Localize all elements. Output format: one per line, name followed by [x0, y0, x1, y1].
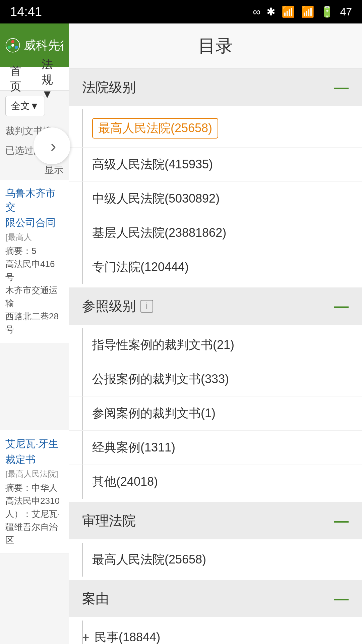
svg-point-1	[11, 40, 14, 43]
search-type: 全文▼	[11, 100, 39, 112]
result-title-1b: 限公司合同	[5, 216, 63, 230]
section-title-case-type: 案由	[82, 589, 109, 608]
result-item-2[interactable]: 艾尼瓦·牙生 裁定书 [最高人民法院] 摘要：中华人 高法民申2310 人）：艾…	[0, 430, 69, 554]
result-summary-1b: 高法民申416号	[5, 258, 63, 284]
result-title-1: 乌鲁木齐市交	[5, 186, 63, 214]
section-title-trial-court: 审理法院	[82, 512, 136, 530]
svg-point-2	[15, 45, 18, 49]
result-title-2b: 裁定书	[5, 453, 63, 467]
overlay-header: 目录	[69, 23, 362, 69]
case-type-item-0[interactable]: + 民事(18844)	[69, 621, 362, 644]
section-reference-level: 参照级别 i — 指导性案例的裁判文书(21) 公报案例的裁判文书(333) 参…	[69, 287, 362, 502]
collapse-icon-reference-level[interactable]: —	[334, 299, 349, 314]
result-summary-2b: 高法民申2310	[5, 494, 63, 507]
court-level-item-3[interactable]: 基层人民法院(23881862)	[69, 216, 362, 250]
svg-point-3	[8, 45, 11, 49]
section-court-level: 法院级别 — 最高人民法院(25658) 高级人民法院(415935) 中级人民…	[69, 69, 362, 287]
app-name: 威科先行	[24, 37, 63, 54]
court-level-item-4[interactable]: 专门法院(120444)	[69, 250, 362, 284]
reference-level-item-4[interactable]: 其他(24018)	[69, 465, 362, 499]
selected-item-label: 最高人民法院(25658)	[92, 118, 218, 139]
result-item-1[interactable]: 乌鲁木齐市交 限公司合同 [最高人 摘要：5 高法民申416号 木齐市交通运输 …	[0, 180, 69, 343]
infinite-icon: ∞	[253, 6, 261, 18]
section-case-type: 案由 — + 民事(18844) + 刑事(744) + 行政(5319)	[69, 580, 362, 644]
reference-level-item-0[interactable]: 指导性案例的裁判文书(21)	[69, 328, 362, 362]
signal-icon: 📶	[301, 5, 314, 18]
section-trial-court: 审理法院 — 最高人民法院(25658)	[69, 502, 362, 580]
court-level-item-1[interactable]: 高级人民法院(415935)	[69, 148, 362, 182]
result-meta-2: [最高人民法院]	[5, 469, 63, 479]
bluetooth-icon: ✱	[266, 5, 276, 18]
result-summary-2d: 疆维吾尔自治区	[5, 521, 63, 547]
section-items-reference-level: 指导性案例的裁判文书(21) 公报案例的裁判文书(333) 参阅案例的裁判文书(…	[69, 325, 362, 502]
section-header-court-level[interactable]: 法院级别 —	[69, 69, 362, 106]
result-meta-1: [最高人	[5, 232, 63, 243]
plus-icon-0: +	[82, 631, 89, 644]
section-items-court-level: 最高人民法院(25658) 高级人民法院(415935) 中级人民法院(5030…	[69, 106, 362, 287]
result-summary-2: 摘要：中华人	[5, 481, 63, 494]
nav-home[interactable]: 首页	[0, 67, 32, 90]
background-page: 威科先行 首页 法规▼ 全文▼ 裁判文书搜 已选过滤条件 显示 乌鲁木齐市交 限…	[0, 23, 69, 644]
status-time: 14:41	[10, 5, 42, 19]
section-items-trial-court: 最高人民法院(25658)	[69, 539, 362, 580]
section-items-case-type: + 民事(18844) + 刑事(744) + 行政(5319)	[69, 617, 362, 644]
battery-icon: 🔋	[320, 5, 334, 18]
court-level-item-0[interactable]: 最高人民法院(25658)	[69, 109, 362, 148]
result-title-2: 艾尼瓦·牙生	[5, 437, 63, 451]
battery-level: 47	[340, 6, 352, 18]
result-summary-1c: 木齐市交通运输	[5, 284, 63, 310]
section-header-reference-level[interactable]: 参照级别 i —	[69, 287, 362, 325]
svg-point-4	[11, 44, 14, 46]
status-bar: 14:41 ∞ ✱ 📶 📶 🔋 47	[0, 0, 362, 23]
reference-level-item-2[interactable]: 参阅案例的裁判文书(1)	[69, 396, 362, 431]
overlay-panel: 目录 法院级别 — 最高人民法院(25658) 高级人民法院(415935) 中…	[69, 23, 362, 644]
nav-laws[interactable]: 法规▼	[32, 67, 69, 90]
display-label: 显示	[0, 160, 69, 180]
section-header-case-type[interactable]: 案由 —	[69, 580, 362, 617]
reference-level-item-3[interactable]: 经典案例(1311)	[69, 431, 362, 465]
section-title-court-level: 法院级别	[82, 78, 136, 97]
result-summary-1: 摘要：5	[5, 245, 63, 258]
reference-level-item-1[interactable]: 公报案例的裁判文书(333)	[69, 362, 362, 396]
collapse-icon-court-level[interactable]: —	[334, 80, 349, 95]
wifi-icon: 📶	[282, 5, 295, 18]
bg-nav: 首页 法规▼	[0, 67, 69, 91]
back-button[interactable]: ›	[34, 127, 70, 164]
collapse-icon-case-type[interactable]: —	[334, 591, 349, 606]
trial-court-item-0[interactable]: 最高人民法院(25658)	[69, 543, 362, 577]
status-icons: ∞ ✱ 📶 📶 🔋 47	[253, 5, 352, 18]
chevron-right-icon: ›	[51, 136, 56, 156]
result-summary-2c: 人）：艾尼瓦·	[5, 507, 63, 521]
collapse-icon-trial-court[interactable]: —	[334, 514, 349, 528]
section-header-trial-court[interactable]: 审理法院 —	[69, 502, 362, 539]
court-level-item-2[interactable]: 中级人民法院(5030892)	[69, 182, 362, 216]
result-summary-1d: 西路北二巷28号	[5, 310, 63, 336]
info-icon: i	[140, 300, 153, 313]
section-title-reference-level: 参照级别 i	[82, 297, 153, 315]
search-box[interactable]: 全文▼	[5, 96, 45, 116]
app-logo	[5, 36, 20, 55]
overlay-title: 目录	[198, 36, 233, 55]
